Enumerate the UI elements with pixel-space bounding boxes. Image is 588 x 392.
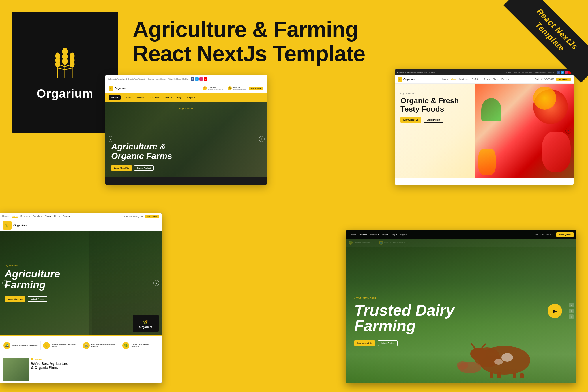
sc3-watermark: 🌾 Orgarium bbox=[133, 315, 159, 332]
sc3-top-nav: Home ▾ About Services ▾ Portfolio ▾ Shop… bbox=[0, 213, 162, 220]
facebook-icon: f bbox=[191, 77, 194, 81]
sc3-nav-pages[interactable]: Pages ▾ bbox=[63, 215, 70, 217]
sc3-brand: Orgarium bbox=[13, 224, 28, 227]
sc2-project-btn[interactable]: Latest Project bbox=[424, 117, 443, 123]
sc2-nav-about[interactable]: About bbox=[451, 78, 456, 80]
sc4-project-btn[interactable]: Latest Project bbox=[378, 340, 398, 346]
location-icon: 📍 bbox=[203, 86, 207, 90]
sc4-fb-icon[interactable]: f bbox=[569, 303, 574, 307]
sc3-feature-4: 🌿 Provide Full of Natural Goodness bbox=[121, 341, 159, 350]
sc3-feature-text-3: Lot's Of Professional & Expert Farmers bbox=[91, 343, 119, 348]
sc1-learn-btn[interactable]: Learn About Us bbox=[111, 165, 132, 171]
sc3-project-btn[interactable]: Latest Project bbox=[28, 296, 47, 302]
sc2-nav-shop[interactable]: Shop ▾ bbox=[484, 78, 490, 80]
sc2-nav-home[interactable]: Home ▾ bbox=[441, 78, 448, 80]
sc1-project-btn[interactable]: Latest Project bbox=[134, 165, 154, 171]
sc3-quote-btn[interactable]: Get a Quote bbox=[145, 215, 159, 218]
svg-point-24 bbox=[470, 348, 486, 360]
sc1-nav-services[interactable]: Services ▾ bbox=[136, 96, 146, 99]
sc1-get-quote-btn[interactable]: Get a Quote bbox=[249, 87, 263, 90]
sc3-nav-home[interactable]: Home ▾ bbox=[2, 215, 10, 217]
sc4-ig-icon[interactable]: i bbox=[569, 314, 574, 319]
sc1-hero-subtitle-top: Organic Farms bbox=[179, 107, 193, 109]
sc4-learn-btn[interactable]: Learn About Us bbox=[354, 340, 375, 346]
sc2-brand: Orgarium bbox=[403, 78, 415, 81]
sc2-hero-title: Organic & FreshTesty Foods bbox=[400, 97, 459, 113]
svg-point-5 bbox=[63, 58, 67, 64]
sc3-nav-portfolio[interactable]: Portfolio ▾ bbox=[33, 215, 42, 217]
screenshot-agri-farming: Home ▾ About Services ▾ Portfolio ▾ Shop… bbox=[0, 213, 162, 383]
sc2-logo-icon: 🌾 bbox=[398, 77, 402, 82]
svg-point-32 bbox=[494, 359, 503, 365]
sc3-feature-text-1: Modern Agriculture Equipment bbox=[12, 344, 38, 346]
sc4-nav-portfolio[interactable]: Portfolio ▾ bbox=[370, 233, 379, 236]
sc2-nav-portfolio[interactable]: Portfolio ▾ bbox=[471, 78, 481, 80]
sc4-quote-btn[interactable]: Get a Quote bbox=[556, 232, 574, 237]
sc3-prev-arrow[interactable]: ‹ bbox=[2, 280, 8, 286]
sc1-nav-pages[interactable]: Pages ▾ bbox=[187, 96, 195, 99]
sc3-nav-shop[interactable]: Shop ▾ bbox=[45, 215, 51, 217]
sc3-next-arrow[interactable]: › bbox=[153, 280, 159, 286]
sc3-feature-3: 👨‍🌾 Lot's Of Professional & Expert Farme… bbox=[82, 341, 120, 350]
youtube-icon: y bbox=[204, 77, 207, 81]
sc1-nav-shop[interactable]: Shop ▾ bbox=[165, 96, 172, 99]
sc4-hero: 🌿 Organic and Fresh 👥 Lot's Of Professio… bbox=[346, 239, 576, 383]
sc1-nav-home[interactable]: Home ▾ bbox=[109, 95, 121, 100]
sc1-email-value: farmert@gmail.com bbox=[233, 88, 246, 90]
sc4-tw-icon[interactable]: t bbox=[569, 309, 574, 313]
sc3-watermark-text: Orgarium bbox=[139, 325, 152, 329]
main-title: Agriculture & Farming React NextJs Templ… bbox=[133, 17, 490, 65]
sc3-feature-icon-2: 🌾 bbox=[43, 342, 50, 349]
sc3-feature-icon-3: 👨‍🌾 bbox=[83, 342, 90, 349]
instagram-icon: i bbox=[199, 77, 203, 81]
sc4-nav-services[interactable]: Services bbox=[359, 234, 367, 236]
sc1-nav-blog[interactable]: Blog ▾ bbox=[177, 96, 183, 99]
sc2-next-arrow[interactable]: › bbox=[565, 128, 571, 134]
sc1-contact-info: 📍 Locations 55 Main Street, New York ✉ E… bbox=[203, 86, 263, 90]
sc3-feature-2: 🌾 Organic and Fresh Harvest of Wheat bbox=[42, 341, 80, 350]
sc3-learn-btn[interactable]: Learn About Us bbox=[5, 296, 25, 302]
sc1-next-arrow[interactable]: › bbox=[259, 136, 265, 142]
sc2-hero-label: Organic Farms bbox=[400, 92, 459, 94]
sc3-top-right: Call : +012 (345) 678 Get a Quote bbox=[124, 215, 159, 218]
svg-rect-28 bbox=[497, 372, 501, 378]
sc3-nav-blog[interactable]: Blog ▾ bbox=[54, 215, 60, 217]
sc2-welcome-text: Welcome to Agriculture & Organic Food Te… bbox=[397, 71, 435, 73]
sc4-call: Call : +012 (345) 678 bbox=[535, 234, 554, 236]
sc1-hours: Opening Hours: Sunday - Friday: 08:00 am… bbox=[148, 78, 189, 80]
about-tag-icon bbox=[31, 358, 33, 360]
sc2-learn-btn[interactable]: Learn About Us bbox=[400, 117, 421, 123]
sc4-nav-shop[interactable]: Shop ▾ bbox=[382, 233, 388, 236]
sc2-nav-services[interactable]: Services ▾ bbox=[459, 78, 469, 80]
sc4-nav-pages[interactable]: Pages ▾ bbox=[400, 233, 407, 236]
fruit-green bbox=[481, 98, 501, 121]
sc3-about-section: About Us We're Best Agriculture& Organic… bbox=[0, 355, 162, 383]
sc4-hero-label: Fresh Dairy Farms bbox=[354, 297, 568, 299]
sc3-features-bar: 🚜 Modern Agriculture Equipment 🌾 Organic… bbox=[0, 335, 162, 355]
sc3-watermark-icon: 🌾 bbox=[142, 318, 150, 325]
sc3-nav-about[interactable]: About bbox=[12, 215, 18, 217]
sc4-hero-content: Fresh Dairy Farms Trusted DairyFarming L… bbox=[354, 288, 568, 346]
sc3-feature-icon-1: 🚜 bbox=[3, 342, 10, 349]
sc1-locations-value: 55 Main Street, New York bbox=[208, 88, 224, 90]
screenshot-agri-organic: Welcome to Agriculture & Organic Food Te… bbox=[105, 75, 267, 185]
sc3-about-content: About Us We're Best Agriculture& Organic… bbox=[31, 358, 159, 381]
sc1-secondary-nav: Welcome to Agriculture & Organic Food Te… bbox=[105, 75, 267, 83]
sc1-logo: 🌾 Orgarium bbox=[109, 86, 126, 91]
sc3-nav-links: Home ▾ About Services ▾ Portfolio ▾ Shop… bbox=[2, 215, 70, 217]
sc3-nav-services[interactable]: Services ▾ bbox=[20, 215, 30, 217]
sc3-feature-text-4: Provide Full of Natural Goodness bbox=[131, 343, 158, 348]
svg-text:🌾: 🌾 bbox=[109, 87, 112, 90]
sc4-social-icons: f t i bbox=[569, 303, 574, 319]
sc4-hero-buttons: Learn About Us Latest Project bbox=[354, 340, 568, 346]
sc1-welcome-text: Welcome to Agriculture & Organic Food Te… bbox=[108, 78, 145, 80]
email-icon: ✉ bbox=[228, 86, 232, 90]
fruit-glass bbox=[478, 149, 496, 175]
svg-point-31 bbox=[501, 353, 513, 362]
sc1-nav-portfolio[interactable]: Portfolio ▾ bbox=[150, 96, 160, 99]
sc1-prev-arrow[interactable]: ‹ bbox=[108, 136, 113, 142]
sc3-about-title: We're Best Agriculture& Organic Firms bbox=[31, 362, 159, 370]
sc1-hero: ‹ Organic Farms Agriculture &Organic Far… bbox=[105, 102, 267, 177]
sc1-nav-about[interactable]: About bbox=[125, 97, 131, 99]
sc4-nav-blog[interactable]: Blog ▾ bbox=[391, 233, 397, 236]
